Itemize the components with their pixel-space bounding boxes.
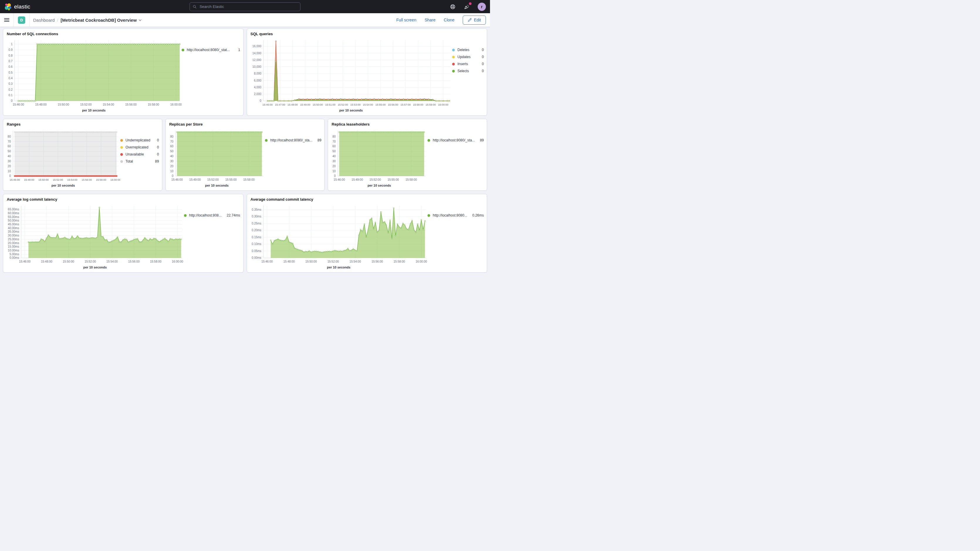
svg-text:14,000: 14,000 — [252, 52, 261, 55]
panel-title: Number of SQL connections — [7, 32, 240, 36]
newsfeed-icon[interactable] — [464, 3, 470, 10]
sql-connections-chart[interactable]: 10.90.80.70.60.50.40.30.20.1015:46:0015:… — [6, 36, 181, 108]
log-commit-latency-chart[interactable]: 65.00ms60.00ms55.00ms50.00ms45.00ms40.00… — [6, 202, 184, 266]
full-screen-button[interactable]: Full screen — [396, 18, 416, 22]
svg-text:15:49:00: 15:49:00 — [189, 178, 201, 181]
legend-item[interactable]: Total89 — [120, 159, 159, 163]
svg-text:50: 50 — [8, 150, 11, 153]
command-commit-latency-chart[interactable]: 0.35ms0.30ms0.25ms0.20ms0.15ms0.10ms0.05… — [250, 202, 428, 266]
dashboard-badge[interactable]: D — [18, 16, 25, 24]
svg-text:15:52:00: 15:52:00 — [207, 178, 219, 181]
svg-text:0.00ms: 0.00ms — [251, 256, 261, 260]
svg-text:55.00ms: 55.00ms — [8, 215, 19, 218]
svg-text:0.5: 0.5 — [8, 71, 13, 74]
legend-item[interactable]: http://localhost:8080/_sta...89 — [428, 138, 484, 142]
elastic-logo[interactable]: elastic — [4, 3, 30, 11]
svg-text:15:53:00: 15:53:00 — [350, 103, 360, 106]
breadcrumb-current[interactable]: [Metricbeat CockroachDB] Overview — [61, 18, 142, 22]
svg-text:10,000: 10,000 — [252, 65, 261, 68]
legend-item[interactable]: http://localhost:8080/_stat...1 — [181, 48, 240, 52]
legend-item[interactable]: http://localhost:808...22.74ms — [184, 213, 240, 217]
svg-text:0: 0 — [11, 99, 13, 102]
breadcrumb-dashboard[interactable]: Dashboard — [33, 18, 54, 22]
menu-icon[interactable] — [4, 17, 10, 22]
legend: Deletes0Updates0Inserts0Selects0 — [452, 36, 484, 113]
svg-text:0.3: 0.3 — [8, 82, 13, 85]
search-input[interactable] — [199, 4, 297, 9]
legend-item[interactable]: Updates0 — [452, 55, 484, 59]
help-icon[interactable] — [450, 3, 456, 10]
legend-value: 1 — [235, 48, 240, 52]
svg-text:70: 70 — [332, 140, 336, 143]
legend-value: 0 — [154, 138, 159, 142]
legend-color-dot — [452, 63, 455, 65]
svg-text:20: 20 — [8, 165, 11, 168]
svg-text:15:54:00: 15:54:00 — [350, 260, 361, 263]
svg-text:40: 40 — [8, 154, 11, 158]
legend-value: 0 — [479, 55, 484, 59]
legend-value: 0 — [154, 152, 159, 156]
svg-text:40: 40 — [170, 154, 174, 158]
svg-text:80: 80 — [8, 135, 11, 138]
legend-value: 0 — [479, 62, 484, 66]
ranges-chart[interactable]: 8070605040302010015:46:0015:48:0015:50:0… — [6, 126, 120, 184]
legend-item[interactable]: Selects0 — [452, 69, 484, 73]
panel-title: Average log commit latency — [7, 197, 240, 202]
svg-text:65.00ms: 65.00ms — [8, 208, 19, 211]
svg-text:15:48:00: 15:48:00 — [24, 178, 34, 181]
svg-text:15:48:00: 15:48:00 — [283, 260, 294, 263]
share-button[interactable]: Share — [425, 18, 436, 22]
edit-button[interactable]: Edit — [463, 16, 486, 25]
legend-item[interactable]: Deletes0 — [452, 48, 484, 52]
svg-text:20.00ms: 20.00ms — [8, 242, 19, 245]
svg-text:16:00:00: 16:00:00 — [170, 103, 181, 106]
svg-text:50: 50 — [332, 150, 336, 153]
legend-label: http://localhost:808... — [189, 213, 222, 217]
svg-text:0.10ms: 0.10ms — [251, 242, 261, 245]
svg-text:15:51:00: 15:51:00 — [325, 103, 336, 106]
svg-text:12,000: 12,000 — [252, 58, 261, 62]
x-axis-label: per 10 seconds — [6, 266, 184, 271]
panel-replicas-per-store: Replicas per Store 8070605040302010015:4… — [165, 119, 325, 191]
legend-item[interactable]: http://localhost:8080...0.26ms — [428, 213, 484, 217]
legend-item[interactable]: Overreplicated0 — [120, 145, 159, 149]
svg-text:16:00:00: 16:00:00 — [438, 103, 448, 106]
user-avatar[interactable]: r — [478, 3, 486, 11]
legend-value: 89 — [152, 159, 159, 163]
legend-value: 0 — [479, 69, 484, 73]
replicas-per-store-chart[interactable]: 8070605040302010015:46:0015:49:0015:52:0… — [169, 126, 265, 184]
svg-text:2,000: 2,000 — [254, 92, 261, 96]
legend-item[interactable]: Inserts0 — [452, 62, 484, 66]
svg-text:15:52:00: 15:52:00 — [327, 260, 339, 263]
legend: http://localhost:8080/_stat...1 — [181, 36, 240, 113]
clone-button[interactable]: Clone — [444, 18, 455, 22]
svg-text:15:50:00: 15:50:00 — [63, 260, 74, 263]
legend-item[interactable]: Underreplicated0 — [120, 138, 159, 142]
svg-text:15:52:00: 15:52:00 — [337, 103, 348, 106]
svg-text:30: 30 — [170, 159, 174, 163]
svg-text:16:00:00: 16:00:00 — [110, 178, 120, 181]
svg-text:20: 20 — [332, 165, 336, 168]
svg-text:30: 30 — [8, 159, 11, 163]
svg-text:15:52:00: 15:52:00 — [53, 178, 63, 181]
svg-text:15:54:00: 15:54:00 — [67, 178, 78, 181]
search-icon — [193, 5, 197, 9]
svg-text:10: 10 — [8, 170, 11, 173]
replica-leaseholders-chart[interactable]: 8070605040302010015:46:0015:49:0015:52:0… — [331, 126, 428, 184]
svg-text:0.9: 0.9 — [8, 48, 13, 51]
svg-text:15:48:00: 15:48:00 — [35, 103, 47, 106]
svg-text:30: 30 — [332, 159, 336, 163]
legend: http://localhost:808...22.74ms — [184, 202, 240, 271]
svg-text:50: 50 — [170, 150, 174, 153]
legend-label: http://localhost:8080... — [433, 213, 467, 217]
svg-text:15:57:00: 15:57:00 — [400, 103, 410, 106]
sql-queries-chart[interactable]: 16,00014,00012,00010,0008,0006,0004,0002… — [250, 36, 452, 108]
x-axis-label: per 10 seconds — [6, 108, 181, 113]
legend-item[interactable]: http://localhost:8080/_sta...89 — [265, 138, 321, 142]
legend-color-dot — [452, 70, 455, 72]
legend-color-dot — [452, 56, 455, 58]
legend-item[interactable]: Unavailable0 — [120, 152, 159, 156]
legend-color-dot — [265, 139, 267, 142]
global-search[interactable] — [189, 2, 301, 11]
legend-color-dot — [184, 214, 187, 217]
